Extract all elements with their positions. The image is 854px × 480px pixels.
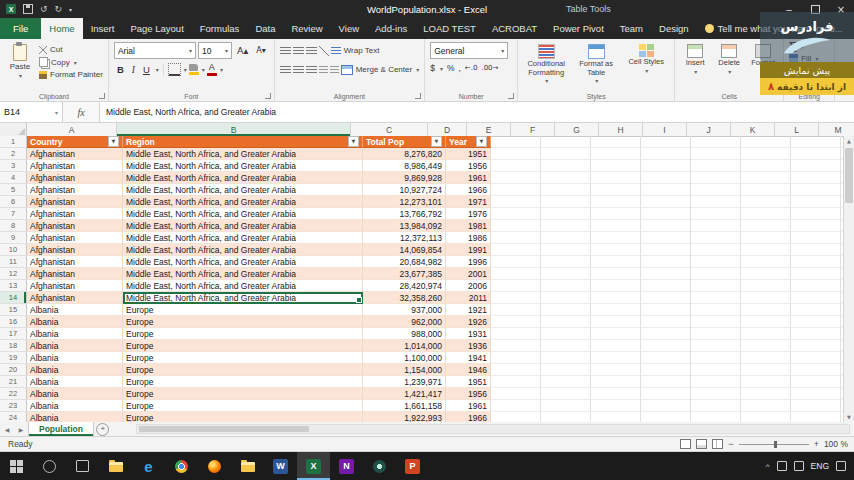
empty-cell[interactable]: [491, 196, 541, 208]
row-header-10[interactable]: 10: [0, 244, 27, 256]
sheet-tab-population[interactable]: Population: [28, 422, 94, 436]
empty-cell[interactable]: [691, 196, 741, 208]
empty-cell[interactable]: [741, 184, 791, 196]
empty-cell[interactable]: [491, 244, 541, 256]
align-right-icon[interactable]: [306, 66, 317, 74]
empty-cell[interactable]: [691, 328, 741, 340]
cell-B15[interactable]: Europe: [123, 304, 363, 316]
row-header-17[interactable]: 17: [0, 328, 27, 340]
merge-center-button[interactable]: Merge & Center▾: [341, 65, 419, 75]
cell-C12[interactable]: 23,677,385: [363, 268, 446, 280]
tab-design[interactable]: Design: [651, 18, 697, 39]
empty-cell[interactable]: [691, 412, 741, 422]
empty-cell[interactable]: [591, 352, 641, 364]
empty-cell[interactable]: [541, 412, 591, 422]
empty-cell[interactable]: [541, 280, 591, 292]
clipboard-dialog-launcher[interactable]: [99, 93, 105, 99]
new-sheet-button[interactable]: +: [94, 422, 112, 436]
increase-font-button[interactable]: A▴: [234, 43, 251, 59]
column-header-h[interactable]: H: [599, 123, 643, 136]
row-header-3[interactable]: 3: [0, 160, 27, 172]
page-layout-view-icon[interactable]: [696, 439, 707, 449]
cell-A14[interactable]: Afghanistan: [27, 292, 123, 304]
cell-D23[interactable]: 1961: [446, 400, 491, 412]
empty-cell[interactable]: [541, 376, 591, 388]
camtasia-icon[interactable]: [363, 452, 396, 480]
bottom-align-icon[interactable]: [306, 47, 317, 55]
empty-cell[interactable]: [641, 292, 691, 304]
fill-handle[interactable]: [356, 297, 362, 303]
fill-color-button[interactable]: [189, 64, 199, 75]
onenote-icon[interactable]: N: [330, 452, 363, 480]
vertical-scroll-thumb[interactable]: [845, 148, 853, 203]
font-color-button[interactable]: A: [207, 63, 217, 76]
top-align-icon[interactable]: [280, 47, 291, 55]
cell-A11[interactable]: Afghanistan: [27, 256, 123, 268]
empty-cell[interactable]: [691, 304, 741, 316]
bold-button[interactable]: B: [114, 62, 127, 78]
format-painter-button[interactable]: Format Painter: [39, 70, 103, 79]
cell-C19[interactable]: 1,100,000: [363, 352, 446, 364]
column-header-a[interactable]: A: [27, 123, 117, 136]
zoom-in-icon[interactable]: +: [814, 439, 819, 449]
empty-cell[interactable]: [741, 292, 791, 304]
empty-cell[interactable]: [641, 184, 691, 196]
empty-cell[interactable]: [741, 400, 791, 412]
tab-formulas[interactable]: Formulas: [192, 18, 248, 39]
cell-D2[interactable]: 1951: [446, 148, 491, 160]
empty-cell[interactable]: [591, 400, 641, 412]
cell-B14[interactable]: Middle East, North Africa, and Greater A…: [123, 292, 363, 304]
column-header-g[interactable]: G: [555, 123, 599, 136]
empty-cell[interactable]: [791, 160, 841, 172]
tab-power-pivot[interactable]: Power Pivot: [545, 18, 612, 39]
row-header-12[interactable]: 12: [0, 268, 27, 280]
cell-A24[interactable]: Albania: [27, 412, 123, 422]
empty-cell[interactable]: [541, 400, 591, 412]
empty-cell[interactable]: [491, 256, 541, 268]
cell-B19[interactable]: Europe: [123, 352, 363, 364]
cell-D19[interactable]: 1941: [446, 352, 491, 364]
cell-B22[interactable]: Europe: [123, 388, 363, 400]
empty-cell[interactable]: [491, 280, 541, 292]
empty-cell[interactable]: [641, 232, 691, 244]
empty-cell[interactable]: [691, 268, 741, 280]
empty-cell[interactable]: [741, 244, 791, 256]
word-icon[interactable]: W: [264, 452, 297, 480]
empty-cell[interactable]: [591, 208, 641, 220]
decrease-decimal-button[interactable]: .00→: [481, 64, 498, 72]
header-cell-year[interactable]: Year▼: [446, 136, 491, 148]
cell-A13[interactable]: Afghanistan: [27, 280, 123, 292]
empty-cell[interactable]: [741, 136, 791, 148]
empty-cell[interactable]: [641, 400, 691, 412]
cell-A9[interactable]: Afghanistan: [27, 232, 123, 244]
cell-A10[interactable]: Afghanistan: [27, 244, 123, 256]
format-as-table-button[interactable]: Format as Table ▾: [573, 42, 619, 89]
empty-cell[interactable]: [641, 364, 691, 376]
empty-cell[interactable]: [791, 172, 841, 184]
underline-button[interactable]: U: [140, 62, 153, 78]
empty-cell[interactable]: [791, 304, 841, 316]
empty-cell[interactable]: [491, 352, 541, 364]
undo-icon[interactable]: ↺: [40, 5, 48, 14]
cell-D16[interactable]: 1926: [446, 316, 491, 328]
cell-D8[interactable]: 1981: [446, 220, 491, 232]
cell-C18[interactable]: 1,014,000: [363, 340, 446, 352]
cell-A7[interactable]: Afghanistan: [27, 208, 123, 220]
empty-cell[interactable]: [591, 316, 641, 328]
cortana-search-icon[interactable]: [33, 452, 66, 480]
empty-cell[interactable]: [491, 364, 541, 376]
cell-D10[interactable]: 1991: [446, 244, 491, 256]
row-header-8[interactable]: 8: [0, 220, 27, 232]
cell-A5[interactable]: Afghanistan: [27, 184, 123, 196]
empty-cell[interactable]: [741, 148, 791, 160]
cell-D21[interactable]: 1951: [446, 376, 491, 388]
empty-cell[interactable]: [541, 208, 591, 220]
tab-load-test[interactable]: LOAD TEST: [415, 18, 484, 39]
conditional-formatting-button[interactable]: Conditional Formatting ▾: [523, 42, 569, 89]
empty-cell[interactable]: [591, 148, 641, 160]
row-header-1[interactable]: 1: [0, 136, 27, 148]
cell-D20[interactable]: 1946: [446, 364, 491, 376]
empty-cell[interactable]: [741, 376, 791, 388]
empty-cell[interactable]: [741, 328, 791, 340]
empty-cell[interactable]: [691, 172, 741, 184]
